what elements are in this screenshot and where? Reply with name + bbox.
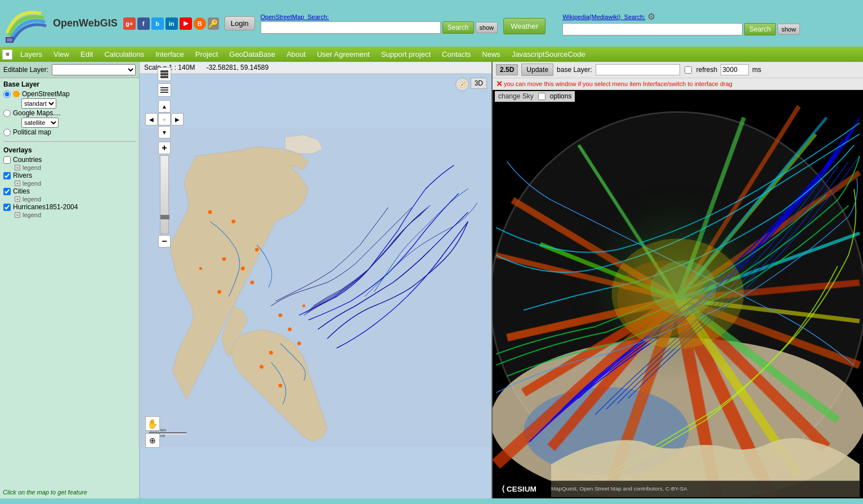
svg-rect-1 xyxy=(7,38,12,42)
left-panel-bottom: Click on the map to get feature xyxy=(0,220,139,498)
google-radio[interactable] xyxy=(3,110,11,117)
menu-layers[interactable]: Layers xyxy=(15,48,48,61)
osm-search-area: OpenStreetMap_Search: Search show xyxy=(261,14,498,34)
layer-item-political[interactable]: Political map xyxy=(3,128,136,137)
target-tool-btn[interactable]: ⊕ xyxy=(145,433,160,448)
logo-text: OpenWebGIS xyxy=(53,17,118,29)
nav-right-btn[interactable]: ▶ xyxy=(171,113,184,125)
wiki-show-button[interactable]: show xyxy=(777,24,800,35)
menu-view[interactable]: View xyxy=(48,48,75,61)
menu-geodatabase[interactable]: GeoDataBase xyxy=(223,48,281,61)
update-button[interactable]: Update xyxy=(521,64,553,76)
svg-rect-25 xyxy=(160,87,168,88)
social-icons: g+ f b in ▶ B 🔑 xyxy=(123,17,219,30)
rivers-checkbox[interactable] xyxy=(3,172,11,179)
rivers-legend-toggle[interactable]: + xyxy=(15,181,20,186)
menu-support-project[interactable]: Support project xyxy=(375,48,436,61)
svg-point-7 xyxy=(251,281,254,285)
menu-user-agreement[interactable]: User Agreement xyxy=(311,48,375,61)
countries-legend-label: legend xyxy=(23,164,41,171)
menu-calculations[interactable]: Calculations xyxy=(99,48,150,61)
svg-point-10 xyxy=(288,327,292,331)
base-layer-section: Base Layer OpenStreetMap standart cycle … xyxy=(0,78,139,139)
wiki-search-label: Wikipedia(Mediawiki)_Search: xyxy=(562,14,645,20)
layer-item-osm[interactable]: OpenStreetMap xyxy=(3,89,136,98)
menu-javascript-source-code[interactable]: JavascriptSourceCode xyxy=(506,48,591,61)
cesium-view[interactable]: ⟨ CESIUM MapQuest, Open Street Map and c… xyxy=(493,90,863,497)
svg-rect-23 xyxy=(160,73,168,75)
nav-up-btn[interactable]: ▲ xyxy=(158,100,171,112)
options-checkbox[interactable] xyxy=(538,93,545,100)
social-key[interactable]: 🔑 xyxy=(208,17,219,30)
ms-input[interactable] xyxy=(721,64,749,75)
political-label: Political map xyxy=(13,128,51,136)
wiki-search-input[interactable] xyxy=(562,23,743,35)
layer-item-countries[interactable]: Countries xyxy=(3,155,136,164)
base-layer-input[interactable] xyxy=(596,64,680,75)
countries-checkbox[interactable] xyxy=(3,156,11,164)
nav-left-btn[interactable]: ◀ xyxy=(145,113,158,125)
nav-center-btn[interactable]: ○ xyxy=(158,113,171,125)
cities-legend-toggle[interactable]: + xyxy=(15,196,20,202)
social-gplus[interactable]: g+ xyxy=(123,17,136,30)
hurricanes-checkbox[interactable] xyxy=(3,204,11,211)
zoom-out-btn[interactable]: − xyxy=(158,235,171,248)
hurricanes-legend-row: + legend xyxy=(15,212,136,218)
osm-radio[interactable] xyxy=(3,91,11,98)
menu-news[interactable]: News xyxy=(476,48,506,61)
layer-item-google[interactable]: Google Maps.... xyxy=(3,109,136,118)
zoom-in-btn[interactable]: + xyxy=(158,142,171,154)
map-container[interactable]: Scale = 1 : 140M -32.58281, 59.14589 xyxy=(140,62,491,498)
zoom-bar[interactable] xyxy=(160,155,169,234)
map-info-bar: Scale = 1 : 140M -32.58281, 59.14589 xyxy=(140,62,491,74)
osm-search-row: Search show xyxy=(261,21,498,34)
layer-item-rivers[interactable]: Rivers xyxy=(3,171,136,180)
menu-edit[interactable]: Edit xyxy=(75,48,99,61)
nav-down-btn[interactable]: ▼ xyxy=(158,126,171,138)
svg-point-13 xyxy=(260,365,263,369)
social-youtube[interactable]: ▶ xyxy=(180,17,192,30)
menu-about[interactable]: About xyxy=(281,48,311,61)
refresh-checkbox[interactable] xyxy=(685,66,692,74)
cities-checkbox[interactable] xyxy=(3,188,11,195)
menu-interface[interactable]: Interface xyxy=(150,48,190,61)
wiki-search-button[interactable]: Search xyxy=(744,23,776,35)
osm-search-button[interactable]: Search xyxy=(442,21,474,34)
editable-layer-select[interactable] xyxy=(52,64,136,75)
hand-tool-btn[interactable]: ✋ xyxy=(145,416,160,431)
move-hint-area: ✕ you can move this window if you select… xyxy=(496,79,732,88)
menu-contacts[interactable]: Contacts xyxy=(436,48,476,61)
layers-toggle-btn[interactable] xyxy=(158,68,171,81)
social-twitter[interactable]: b xyxy=(151,17,164,30)
google-style-select[interactable]: satellite roadmap xyxy=(21,118,59,128)
menu-project[interactable]: Project xyxy=(190,48,223,61)
svg-point-15 xyxy=(255,248,259,252)
social-facebook[interactable]: f xyxy=(137,17,150,30)
view3d-panel: 2.5D Update base Layer: refresh ms ✕ you… xyxy=(491,62,863,498)
political-radio[interactable] xyxy=(3,129,11,136)
change-sky-button[interactable]: change Sky xyxy=(498,92,534,100)
close-x-icon[interactable]: ✕ xyxy=(496,79,503,88)
hurricanes-legend-toggle[interactable]: + xyxy=(15,212,20,218)
cities-label: Cities xyxy=(13,187,30,195)
social-blog[interactable]: B xyxy=(194,17,206,30)
login-button[interactable]: Login xyxy=(225,16,255,30)
svg-point-14 xyxy=(279,384,283,388)
header: OpenWebGIS g+ f b in ▶ B 🔑 Login OpenStr… xyxy=(0,0,863,47)
weather-button[interactable]: Weather xyxy=(503,18,545,34)
svg-point-8 xyxy=(217,290,221,294)
layer-item-cities[interactable]: Cities xyxy=(3,187,136,196)
osm-style-select[interactable]: standart cycle xyxy=(21,98,56,109)
osm-search-input[interactable] xyxy=(261,21,441,34)
social-linkedin[interactable]: in xyxy=(166,17,178,30)
list-toggle-btn[interactable] xyxy=(158,83,171,97)
settings-icon-button[interactable]: ⚙ xyxy=(647,11,655,22)
svg-point-4 xyxy=(231,220,235,224)
zoom-handle[interactable] xyxy=(160,215,169,219)
compass-btn[interactable]: 🧭 xyxy=(455,78,469,91)
map-background: 2000 km 1000 mi xyxy=(140,76,491,498)
osm-show-button[interactable]: show xyxy=(476,22,498,33)
countries-legend-toggle[interactable]: + xyxy=(15,165,20,170)
3d-toggle-btn[interactable]: 3D xyxy=(471,78,487,89)
layer-item-hurricanes[interactable]: Hurricanes1851-2004 xyxy=(3,202,136,212)
